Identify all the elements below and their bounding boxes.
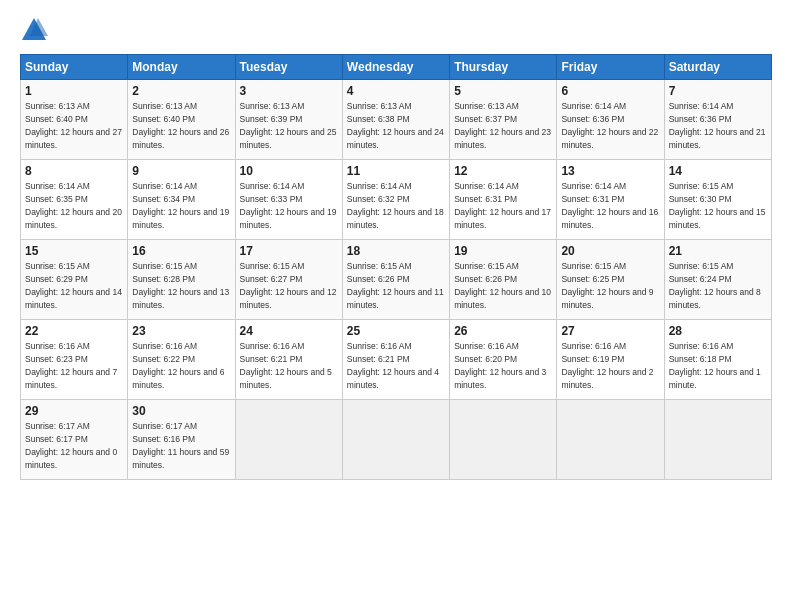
day-number: 10 — [240, 164, 338, 178]
day-detail: Sunrise: 6:16 AMSunset: 6:19 PMDaylight:… — [561, 341, 653, 390]
day-detail: Sunrise: 6:16 AMSunset: 6:23 PMDaylight:… — [25, 341, 117, 390]
day-number: 5 — [454, 84, 552, 98]
week-row-5: 29Sunrise: 6:17 AMSunset: 6:17 PMDayligh… — [21, 400, 772, 480]
day-number: 30 — [132, 404, 230, 418]
weekday-header-thursday: Thursday — [450, 55, 557, 80]
day-cell: 2Sunrise: 6:13 AMSunset: 6:40 PMDaylight… — [128, 80, 235, 160]
day-number: 4 — [347, 84, 445, 98]
day-cell: 29Sunrise: 6:17 AMSunset: 6:17 PMDayligh… — [21, 400, 128, 480]
day-detail: Sunrise: 6:17 AMSunset: 6:16 PMDaylight:… — [132, 421, 229, 470]
day-cell: 24Sunrise: 6:16 AMSunset: 6:21 PMDayligh… — [235, 320, 342, 400]
day-cell: 17Sunrise: 6:15 AMSunset: 6:27 PMDayligh… — [235, 240, 342, 320]
logo-icon — [20, 16, 48, 44]
day-cell: 6Sunrise: 6:14 AMSunset: 6:36 PMDaylight… — [557, 80, 664, 160]
day-number: 13 — [561, 164, 659, 178]
weekday-header-sunday: Sunday — [21, 55, 128, 80]
day-cell — [450, 400, 557, 480]
day-number: 1 — [25, 84, 123, 98]
day-detail: Sunrise: 6:15 AMSunset: 6:26 PMDaylight:… — [454, 261, 551, 310]
day-number: 9 — [132, 164, 230, 178]
day-detail: Sunrise: 6:14 AMSunset: 6:32 PMDaylight:… — [347, 181, 444, 230]
day-detail: Sunrise: 6:16 AMSunset: 6:21 PMDaylight:… — [240, 341, 332, 390]
day-cell: 1Sunrise: 6:13 AMSunset: 6:40 PMDaylight… — [21, 80, 128, 160]
week-row-2: 8Sunrise: 6:14 AMSunset: 6:35 PMDaylight… — [21, 160, 772, 240]
weekday-header-friday: Friday — [557, 55, 664, 80]
day-cell: 11Sunrise: 6:14 AMSunset: 6:32 PMDayligh… — [342, 160, 449, 240]
day-number: 18 — [347, 244, 445, 258]
day-number: 20 — [561, 244, 659, 258]
day-cell: 7Sunrise: 6:14 AMSunset: 6:36 PMDaylight… — [664, 80, 771, 160]
day-detail: Sunrise: 6:13 AMSunset: 6:37 PMDaylight:… — [454, 101, 551, 150]
day-number: 12 — [454, 164, 552, 178]
day-cell: 8Sunrise: 6:14 AMSunset: 6:35 PMDaylight… — [21, 160, 128, 240]
week-row-4: 22Sunrise: 6:16 AMSunset: 6:23 PMDayligh… — [21, 320, 772, 400]
day-number: 21 — [669, 244, 767, 258]
day-detail: Sunrise: 6:16 AMSunset: 6:22 PMDaylight:… — [132, 341, 224, 390]
day-detail: Sunrise: 6:16 AMSunset: 6:18 PMDaylight:… — [669, 341, 761, 390]
weekday-row: SundayMondayTuesdayWednesdayThursdayFrid… — [21, 55, 772, 80]
day-number: 28 — [669, 324, 767, 338]
day-number: 15 — [25, 244, 123, 258]
day-cell — [557, 400, 664, 480]
day-cell: 3Sunrise: 6:13 AMSunset: 6:39 PMDaylight… — [235, 80, 342, 160]
weekday-header-wednesday: Wednesday — [342, 55, 449, 80]
day-cell: 21Sunrise: 6:15 AMSunset: 6:24 PMDayligh… — [664, 240, 771, 320]
day-detail: Sunrise: 6:14 AMSunset: 6:33 PMDaylight:… — [240, 181, 337, 230]
header — [20, 16, 772, 44]
day-detail: Sunrise: 6:14 AMSunset: 6:31 PMDaylight:… — [561, 181, 658, 230]
day-number: 19 — [454, 244, 552, 258]
day-detail: Sunrise: 6:14 AMSunset: 6:36 PMDaylight:… — [669, 101, 766, 150]
day-detail: Sunrise: 6:14 AMSunset: 6:34 PMDaylight:… — [132, 181, 229, 230]
day-cell: 9Sunrise: 6:14 AMSunset: 6:34 PMDaylight… — [128, 160, 235, 240]
day-detail: Sunrise: 6:13 AMSunset: 6:40 PMDaylight:… — [25, 101, 122, 150]
day-number: 2 — [132, 84, 230, 98]
day-cell: 12Sunrise: 6:14 AMSunset: 6:31 PMDayligh… — [450, 160, 557, 240]
day-number: 6 — [561, 84, 659, 98]
day-number: 17 — [240, 244, 338, 258]
day-number: 7 — [669, 84, 767, 98]
day-cell: 19Sunrise: 6:15 AMSunset: 6:26 PMDayligh… — [450, 240, 557, 320]
day-detail: Sunrise: 6:15 AMSunset: 6:24 PMDaylight:… — [669, 261, 761, 310]
day-number: 23 — [132, 324, 230, 338]
day-detail: Sunrise: 6:14 AMSunset: 6:36 PMDaylight:… — [561, 101, 658, 150]
day-cell — [664, 400, 771, 480]
logo — [20, 16, 52, 44]
calendar-table: SundayMondayTuesdayWednesdayThursdayFrid… — [20, 54, 772, 480]
day-number: 29 — [25, 404, 123, 418]
day-detail: Sunrise: 6:14 AMSunset: 6:35 PMDaylight:… — [25, 181, 122, 230]
calendar-body: 1Sunrise: 6:13 AMSunset: 6:40 PMDaylight… — [21, 80, 772, 480]
day-number: 26 — [454, 324, 552, 338]
day-number: 25 — [347, 324, 445, 338]
weekday-header-tuesday: Tuesday — [235, 55, 342, 80]
day-cell: 22Sunrise: 6:16 AMSunset: 6:23 PMDayligh… — [21, 320, 128, 400]
day-cell: 27Sunrise: 6:16 AMSunset: 6:19 PMDayligh… — [557, 320, 664, 400]
day-number: 11 — [347, 164, 445, 178]
day-cell: 25Sunrise: 6:16 AMSunset: 6:21 PMDayligh… — [342, 320, 449, 400]
day-cell: 4Sunrise: 6:13 AMSunset: 6:38 PMDaylight… — [342, 80, 449, 160]
day-cell: 26Sunrise: 6:16 AMSunset: 6:20 PMDayligh… — [450, 320, 557, 400]
day-detail: Sunrise: 6:13 AMSunset: 6:38 PMDaylight:… — [347, 101, 444, 150]
day-number: 8 — [25, 164, 123, 178]
day-detail: Sunrise: 6:15 AMSunset: 6:28 PMDaylight:… — [132, 261, 229, 310]
calendar-header: SundayMondayTuesdayWednesdayThursdayFrid… — [21, 55, 772, 80]
day-number: 16 — [132, 244, 230, 258]
weekday-header-saturday: Saturday — [664, 55, 771, 80]
day-number: 27 — [561, 324, 659, 338]
week-row-3: 15Sunrise: 6:15 AMSunset: 6:29 PMDayligh… — [21, 240, 772, 320]
day-cell: 5Sunrise: 6:13 AMSunset: 6:37 PMDaylight… — [450, 80, 557, 160]
day-number: 14 — [669, 164, 767, 178]
day-cell: 16Sunrise: 6:15 AMSunset: 6:28 PMDayligh… — [128, 240, 235, 320]
day-detail: Sunrise: 6:14 AMSunset: 6:31 PMDaylight:… — [454, 181, 551, 230]
day-detail: Sunrise: 6:15 AMSunset: 6:30 PMDaylight:… — [669, 181, 766, 230]
day-detail: Sunrise: 6:13 AMSunset: 6:40 PMDaylight:… — [132, 101, 229, 150]
day-cell — [342, 400, 449, 480]
day-number: 24 — [240, 324, 338, 338]
day-detail: Sunrise: 6:13 AMSunset: 6:39 PMDaylight:… — [240, 101, 337, 150]
day-cell: 10Sunrise: 6:14 AMSunset: 6:33 PMDayligh… — [235, 160, 342, 240]
day-detail: Sunrise: 6:17 AMSunset: 6:17 PMDaylight:… — [25, 421, 117, 470]
day-detail: Sunrise: 6:15 AMSunset: 6:27 PMDaylight:… — [240, 261, 337, 310]
day-cell: 15Sunrise: 6:15 AMSunset: 6:29 PMDayligh… — [21, 240, 128, 320]
day-detail: Sunrise: 6:15 AMSunset: 6:25 PMDaylight:… — [561, 261, 653, 310]
day-cell: 18Sunrise: 6:15 AMSunset: 6:26 PMDayligh… — [342, 240, 449, 320]
day-cell: 13Sunrise: 6:14 AMSunset: 6:31 PMDayligh… — [557, 160, 664, 240]
